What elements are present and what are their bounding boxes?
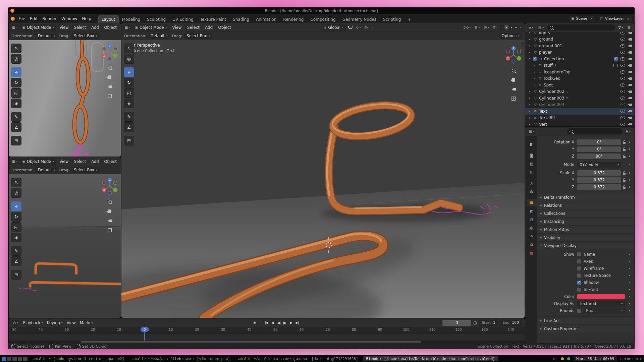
perspective-toggle-icon[interactable] — [106, 93, 113, 99]
playback-next-keyframe[interactable]: |▶ — [288, 320, 294, 326]
tool-scale[interactable]: ◱ — [11, 222, 21, 232]
outliner-item-spot[interactable]: ▸ ☀ Spot — [525, 82, 634, 88]
disable-in-render-icon[interactable] — [628, 83, 632, 86]
pan-hand-icon[interactable] — [510, 76, 517, 83]
playhead-frame-badge[interactable]: 0 — [141, 327, 149, 332]
workspace-tab-scripting[interactable]: Scripting — [380, 15, 404, 23]
preview-range-toggle[interactable]: ◷ — [472, 320, 478, 325]
frame-end-field[interactable]: End100 — [499, 320, 522, 326]
tool-cursor-3d[interactable]: ◎ — [124, 54, 134, 64]
lock-icon[interactable] — [623, 142, 626, 144]
tool-rotate[interactable]: ↻ — [11, 78, 21, 87]
properties-search[interactable] — [567, 128, 623, 134]
playback-play-reverse[interactable]: ◀ — [276, 320, 282, 326]
orientation-dropdown[interactable]: Default▾ — [36, 33, 57, 39]
tool-add-cube[interactable]: ⊞ — [11, 136, 21, 145]
tool-cursor-3d[interactable]: ◎ — [11, 188, 21, 198]
animate-dot[interactable] — [629, 303, 630, 304]
editor-type-dropdown[interactable]: ▦▾ — [10, 24, 19, 30]
editor-type-dropdown[interactable]: ▦▾ — [123, 24, 132, 30]
perspective-toggle-icon[interactable] — [510, 95, 517, 102]
properties-tab-scene[interactable]: ◬ — [527, 179, 537, 187]
taskbar-window-amalie-www-ana-filebrowser-vim[interactable]: amalie ~/www/ana_filebrowser [vim index.… — [129, 356, 233, 361]
filter-dropdown[interactable]: ∇▾ — [617, 25, 624, 31]
timeline-menu-keying[interactable]: Keying ▾ — [45, 320, 65, 326]
shading-dropdown[interactable]: ▾ — [519, 25, 522, 29]
tool-add-cube[interactable]: ⊞ — [11, 270, 21, 280]
hide-in-viewport-icon[interactable] — [620, 103, 625, 106]
hide-in-viewport-icon[interactable] — [620, 38, 625, 41]
tool-select-box[interactable]: ↖ — [124, 44, 134, 53]
properties-tab-texture[interactable]: ▦ — [527, 249, 537, 257]
menu-add[interactable]: Add — [203, 24, 215, 31]
properties-tab-tool[interactable]: ◧ — [527, 140, 537, 148]
expand-arrow-icon[interactable]: ▸ — [533, 70, 536, 73]
menu-select[interactable]: Select — [185, 24, 202, 31]
outliner-item-collection[interactable]: ▾ ▢ Collection — [525, 56, 634, 62]
expand-arrow-icon[interactable]: ▸ — [528, 51, 532, 54]
expand-arrow-icon[interactable]: ▸ — [528, 116, 532, 119]
workspace-tab-geometry-nodes[interactable]: Geometry Nodes — [339, 15, 380, 23]
tray-icon-2[interactable] — [567, 357, 570, 360]
lock-icon[interactable] — [623, 156, 626, 158]
field-y[interactable]: 0° — [577, 146, 621, 152]
tool-transform[interactable]: ◈ — [124, 99, 134, 108]
snap-settings-dropdown[interactable]: ◇▾ — [355, 25, 362, 30]
workspace-tab-animation[interactable]: Animation — [253, 15, 280, 23]
disable-in-render-icon[interactable] — [628, 70, 632, 73]
mode-dropdown[interactable]: ▣Object Mode▾ — [20, 159, 56, 165]
mode-dropdown[interactable]: ▣Object Mode▾ — [132, 24, 169, 31]
hide-in-viewport-icon[interactable] — [620, 32, 625, 35]
outliner-item-rockgeo[interactable]: ▸ ▽ rockGeo — [525, 75, 634, 82]
hide-in-viewport-icon[interactable] — [620, 77, 625, 80]
view-layer-selector[interactable]: ◫ ViewLayer × — [598, 15, 632, 22]
axis-gizmo[interactable]: Z X — [504, 46, 523, 64]
topbar-menu-help[interactable]: Help — [79, 16, 93, 22]
menu-view[interactable]: View — [170, 24, 184, 31]
proportional-editing-dropdown[interactable]: ▾ — [370, 25, 374, 29]
disable-in-render-icon[interactable] — [628, 103, 632, 106]
keyboard-layout-indicator[interactable]: us — [553, 357, 557, 361]
tool-add-cube[interactable]: ⊞ — [124, 136, 134, 145]
animate-dot[interactable] — [629, 156, 630, 157]
timeline-menu-playback[interactable]: Playback ▾ — [21, 320, 45, 326]
zoom-icon[interactable] — [106, 64, 113, 71]
shading-solid-button[interactable]: ● — [504, 25, 508, 29]
add-workspace-button[interactable]: + — [404, 15, 414, 23]
tool-scale[interactable]: ◱ — [124, 88, 134, 98]
workspace-icon-3[interactable] — [12, 357, 17, 361]
tray-icon-1[interactable] — [561, 357, 564, 360]
tool-annotate[interactable]: ✎ — [11, 246, 21, 256]
hide-in-viewport-icon[interactable] — [620, 44, 625, 48]
lock-icon[interactable] — [623, 187, 626, 189]
expand-arrow-icon[interactable]: ▸ — [528, 90, 532, 93]
workspace-icon-2[interactable] — [7, 357, 11, 361]
expand-arrow-icon[interactable]: ▸ — [533, 64, 536, 67]
checkbox-shadow[interactable] — [577, 281, 581, 285]
checkbox-texture-space[interactable] — [577, 274, 581, 278]
outliner-item-ground-001[interactable]: ▸ ▽ ground.001 — [525, 43, 634, 49]
disable-in-render-icon[interactable] — [628, 32, 632, 34]
panel-visibility[interactable]: ▸Visibility — [537, 233, 634, 241]
remove-view-layer-button[interactable]: × — [627, 17, 630, 20]
properties-tab-modifiers[interactable]: ◩ — [527, 207, 537, 215]
properties-tab-constraints[interactable]: ◎ — [527, 224, 537, 232]
menu-object[interactable]: Object — [216, 24, 233, 31]
outliner-search-input[interactable] — [555, 25, 612, 30]
tool-transform[interactable]: ◈ — [11, 99, 21, 108]
expand-arrow-icon[interactable]: ▸ — [533, 77, 536, 80]
hide-in-viewport-icon[interactable] — [620, 57, 625, 61]
expand-arrow-icon[interactable]: ▸ — [533, 83, 536, 86]
shading-wireframe-button[interactable]: ○ — [500, 25, 504, 29]
menu-select[interactable]: Select — [72, 24, 88, 31]
disable-in-render-icon[interactable] — [628, 38, 632, 41]
workspace-icon-5[interactable] — [23, 357, 28, 361]
filter-dropdown[interactable]: ∇▾ — [625, 129, 632, 134]
tool-rotate[interactable]: ↻ — [11, 212, 21, 222]
scene-selector[interactable]: ▣ Scene × — [569, 15, 595, 22]
overlays-dropdown[interactable]: ◎▾ — [482, 24, 491, 30]
panel-custom-properties[interactable]: ▸Custom Properties — [537, 324, 634, 333]
timeline-menu-view[interactable]: View — [65, 320, 78, 326]
disable-in-render-icon[interactable] — [628, 44, 632, 47]
topbar-menu-file[interactable]: File — [16, 16, 28, 22]
